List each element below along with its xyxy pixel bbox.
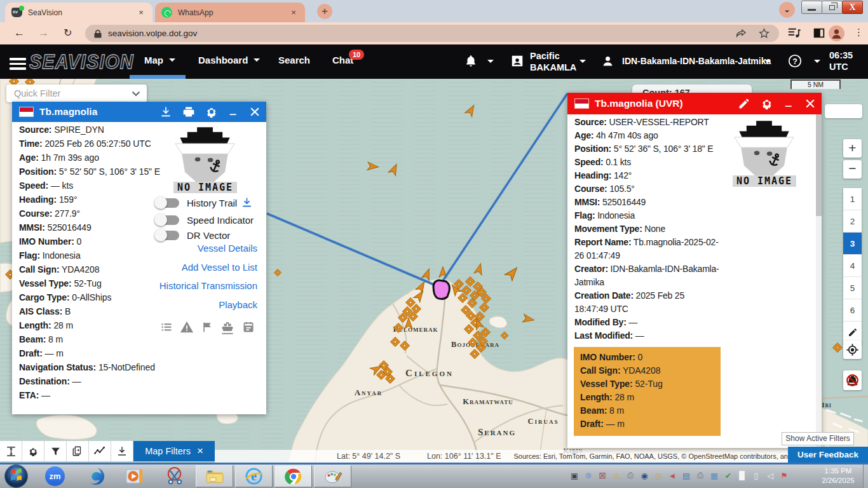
- tab-close-icon[interactable]: ×: [136, 8, 146, 18]
- download-data-button[interactable]: [111, 441, 133, 461]
- quick-filter-dropdown[interactable]: Quick Filter: [6, 85, 147, 102]
- close-icon[interactable]: ×: [197, 445, 203, 458]
- hamburger-menu-icon[interactable]: [10, 55, 26, 72]
- tray-icon[interactable]: ⎙: [695, 470, 706, 481]
- tray-icon[interactable]: ▯: [751, 470, 762, 481]
- nav-search[interactable]: Search: [278, 44, 310, 75]
- edge-icon[interactable]: [86, 466, 105, 486]
- seavision-logo[interactable]: SEAVISION: [29, 51, 134, 74]
- snipping-tool-icon[interactable]: [164, 466, 185, 487]
- playback-link[interactable]: Playback: [219, 299, 257, 310]
- basemap-level-button[interactable]: 3: [843, 233, 862, 255]
- print-icon[interactable]: [182, 105, 195, 118]
- tray-icon[interactable]: ▤: [681, 470, 692, 481]
- window-minimize-button[interactable]: [801, 1, 822, 14]
- basemap-level-button[interactable]: 2: [843, 210, 862, 233]
- edit-pencil-icon[interactable]: [738, 97, 750, 110]
- track-analysis-button[interactable]: [89, 441, 111, 461]
- download-trail-icon[interactable]: [241, 196, 253, 208]
- media-player-icon[interactable]: [125, 466, 144, 486]
- user-feedback-button[interactable]: User Feedback: [788, 447, 868, 463]
- tab-whatsapp[interactable]: WhatsApp ×: [155, 3, 305, 22]
- basemap-level-button[interactable]: 1: [843, 188, 862, 210]
- start-button[interactable]: [4, 464, 29, 488]
- map-filters-button[interactable]: Map Filters ×: [133, 441, 215, 461]
- new-tab-button[interactable]: +: [317, 4, 332, 19]
- help-icon[interactable]: ?: [787, 53, 803, 69]
- show-active-filters-button[interactable]: Show Active Filters: [782, 432, 854, 445]
- toggle-switch[interactable]: [156, 215, 179, 225]
- zoom-app-icon[interactable]: zm: [45, 466, 65, 486]
- browser-menu-icon[interactable]: ⋮: [854, 27, 864, 38]
- tray-icon[interactable]: ▉: [737, 470, 748, 481]
- tray-icon[interactable]: ▣: [569, 470, 580, 481]
- basemap-level-button[interactable]: 5: [843, 277, 862, 299]
- minimize-icon[interactable]: [783, 97, 794, 110]
- toggle-switch[interactable]: [156, 198, 179, 208]
- org-selector[interactable]: PacificBAKAMLA: [530, 50, 576, 73]
- measure-tool-button[interactable]: [0, 441, 22, 461]
- nav-dashboard[interactable]: Dashboard: [198, 44, 260, 75]
- side-panel-icon[interactable]: [812, 26, 826, 40]
- tab-close-icon[interactable]: ×: [288, 8, 299, 18]
- media-controls-icon[interactable]: [787, 26, 801, 40]
- forward-icon[interactable]: →: [38, 27, 49, 39]
- settings-gear-icon[interactable]: [761, 97, 773, 110]
- tray-icon[interactable]: ✔: [723, 470, 734, 481]
- paint-button[interactable]: [314, 465, 351, 487]
- list-icon[interactable]: [160, 321, 173, 334]
- settings-gear-icon[interactable]: [205, 105, 218, 118]
- tray-icon[interactable]: ❆: [583, 470, 594, 481]
- tray-icon[interactable]: ⚠: [611, 470, 622, 481]
- close-icon[interactable]: [248, 105, 261, 118]
- historical-transmission-link[interactable]: Historical Transmission: [159, 280, 257, 291]
- account-box-icon[interactable]: [510, 54, 524, 68]
- vessel-panel-header[interactable]: Tb.magnolia: [12, 102, 266, 122]
- username[interactable]: IDN-Bakamla-IDN-Bakamla-Jatmika: [622, 56, 771, 66]
- vessel-details-link[interactable]: Vessel Details: [198, 243, 257, 254]
- nav-chat[interactable]: Chat: [332, 44, 353, 75]
- tab-seavision[interactable]: SeaVision ×: [5, 3, 153, 22]
- tray-icon[interactable]: ☒: [597, 470, 608, 481]
- layers-copy-button[interactable]: [67, 441, 89, 461]
- chevron-down-icon[interactable]: [580, 60, 586, 63]
- download-icon[interactable]: [159, 105, 172, 118]
- tray-icon[interactable]: ◁: [765, 470, 776, 481]
- tray-icon[interactable]: ⎙: [625, 470, 636, 481]
- speed-indicator-toggle[interactable]: Speed Indicator: [156, 212, 257, 227]
- tab-search-chevron-icon[interactable]: ⌄: [779, 2, 795, 18]
- locate-button[interactable]: [843, 341, 862, 359]
- map-search-box[interactable]: [825, 104, 862, 118]
- hide-vessels-button[interactable]: [843, 370, 862, 390]
- tray-icon[interactable]: ⚑: [779, 470, 790, 481]
- bookmark-star-icon[interactable]: [758, 27, 770, 39]
- zoom-out-button[interactable]: −: [843, 160, 862, 179]
- ship-icon[interactable]: [220, 320, 235, 336]
- selected-vessel-marker[interactable]: [433, 280, 449, 299]
- minimize-icon[interactable]: [228, 105, 238, 118]
- back-icon[interactable]: ←: [14, 27, 25, 39]
- notifications-bell-icon[interactable]: [465, 54, 477, 68]
- panel-scrollbar[interactable]: [816, 114, 822, 448]
- window-close-button[interactable]: X: [842, 1, 863, 14]
- chevron-down-icon[interactable]: [814, 60, 820, 63]
- toggle-switch[interactable]: [156, 231, 179, 240]
- flag-icon[interactable]: [201, 321, 214, 334]
- close-icon[interactable]: [804, 97, 817, 110]
- reload-icon[interactable]: ↻: [64, 27, 72, 39]
- chevron-down-icon[interactable]: [764, 60, 771, 63]
- chrome-button[interactable]: [275, 465, 312, 487]
- warning-icon[interactable]: [180, 320, 194, 334]
- tray-icon[interactable]: ◄: [667, 470, 678, 481]
- file-explorer-button[interactable]: [196, 465, 233, 487]
- nav-map[interactable]: Map: [144, 44, 175, 75]
- dr-vector-toggle[interactable]: DR Vector: [156, 227, 257, 243]
- filter-button[interactable]: [44, 441, 67, 461]
- zoom-in-button[interactable]: +: [843, 139, 862, 158]
- tray-icon[interactable]: ◉: [639, 470, 650, 481]
- taskbar-clock[interactable]: 1:35 PM2/26/2025: [815, 466, 861, 485]
- map-settings-button[interactable]: [22, 441, 44, 461]
- basemap-level-button[interactable]: 4: [843, 255, 862, 277]
- window-restore-button[interactable]: [822, 1, 843, 14]
- map-canvas[interactable]: PulomerakBojonegaraCilegonAnyarKramatwat…: [0, 79, 868, 463]
